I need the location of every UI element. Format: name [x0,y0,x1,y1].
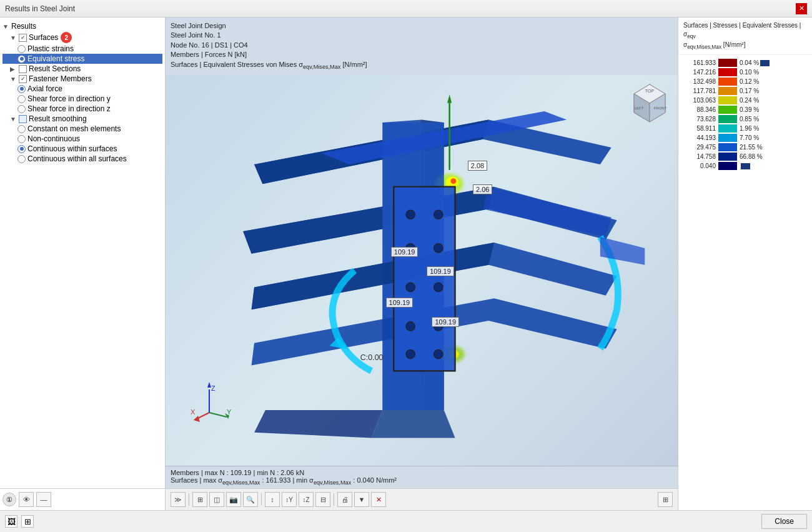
legend-pct: 0.39 % [740,106,759,113]
legend-row: 88.346 0.39 % [683,106,807,114]
results-root[interactable]: ▼ Results [2,21,162,31]
results-label: Results [11,22,36,31]
legend-pct: 21.55 % [740,144,763,151]
legend-pct: 0.12 % [740,78,759,85]
view-button[interactable]: 🖼 [5,515,17,528]
toolbar-grid-btn[interactable]: ⊞ [192,492,207,507]
label-2-08: 2.08 [468,161,487,171]
toolbar-camera-btn[interactable]: 📷 [226,492,241,507]
legend-row: 132.498 0.12 % [683,78,807,86]
viewport-3d[interactable]: TOP LEFT FRONT [166,75,678,466]
toolbar-z-btn[interactable]: ↕Z [299,492,314,507]
continuous-all-label: Continuous within all surfaces [27,154,127,163]
toolbar-arrow-btn[interactable]: ≫ [171,492,186,507]
toolbar-axis-btn[interactable]: ↕ [265,492,280,507]
fastener-checkbox[interactable] [19,75,27,83]
window-close-button[interactable]: ✕ [796,3,807,14]
header-line5: Surfaces | Equivalent Stresses von Mises… [171,60,673,71]
layout-button[interactable]: ⊞ [21,515,34,528]
surfaces-checkbox[interactable] [19,34,27,42]
svg-text:X: X [191,408,196,416]
header-line1: Steel Joint Design [171,21,673,31]
constant-item[interactable]: Constant on mesh elements [2,124,162,134]
legend-value: 161.933 [683,59,716,66]
plastic-strains-item[interactable]: Plastic strains [2,44,162,54]
legend-header2: σeqv,Mises,Max [N/mm²] [683,41,807,51]
continuous-all-radio[interactable] [17,155,26,163]
toolbar-zoom-btn[interactable]: 🔍 [243,492,258,507]
right-panel: Surfaces | Stresses | Equivalent Stresse… [678,18,812,510]
continuous-all-item[interactable]: Continuous within all surfaces [2,154,162,164]
footer-line2: Surfaces | max σeqv,Mises,Max : 161.933 … [171,476,673,486]
continuous-surfaces-label: Continuous within surfaces [27,144,117,153]
legend-value: 0.040 [683,163,716,169]
toolbar-settings-btn[interactable]: ▼ [354,492,369,507]
result-smoothing-label: Result smoothing [29,114,87,123]
legend-row: 44.193 7.70 % [683,134,807,142]
footer-overall: 🖼 ⊞ Close [0,510,812,532]
legend-pct: 7.70 % [740,134,759,141]
non-continuous-radio[interactable] [17,135,26,143]
shear-z-radio[interactable] [17,105,26,113]
result-smoothing-item[interactable]: ▼ Result smoothing [2,114,162,124]
label-109-4: 109.19 [432,317,459,327]
legend-value: 44.193 [683,134,716,141]
toolbar-frame-btn[interactable]: ◫ [209,492,224,507]
sep2 [261,493,262,506]
label-109-2: 109.19 [427,266,454,276]
toolbar-right-icon[interactable]: ⊞ [658,492,673,507]
result-sections-item[interactable]: ▶ Result Sections [2,64,162,74]
svg-text:Z: Z [211,384,215,392]
shear-y-radio[interactable] [17,95,26,103]
surfaces-item[interactable]: ▼ Surfaces 2 [2,31,162,44]
main-wrapper: Results in Steel Joint ✕ ▼ Results ▼ Sur… [0,0,812,532]
svg-text:Y: Y [227,408,232,416]
label-109-1: 109.19 [391,247,418,257]
continuous-surfaces-radio[interactable] [17,145,26,153]
axial-force-radio[interactable] [17,85,26,93]
equivalent-stress-radio[interactable] [17,55,26,63]
legend-row: 161.933 0.04 % [683,59,807,67]
ruler-button[interactable]: — [36,492,51,507]
svg-point-34 [406,349,415,358]
svg-marker-11 [243,186,494,253]
fastener-members-item[interactable]: ▼ Fastener Members [2,74,162,84]
eye-button[interactable]: 👁 [19,492,34,507]
svg-marker-41 [254,409,382,438]
toolbar-close-view-btn[interactable]: ✕ [371,492,386,507]
shear-y-item[interactable]: Shear force in direction y [2,94,162,104]
header-line3: Node No. 16 | DS1 | CO4 [171,41,673,50]
non-continuous-item[interactable]: Non-continuous [2,134,162,144]
window-title: Results in Steel Joint [5,4,75,13]
shear-z-item[interactable]: Shear force in direction z [2,104,162,114]
svg-point-26 [406,210,415,219]
legend-row: 73.628 0.85 % [683,115,807,123]
equivalent-stress-item[interactable]: Equivalent stress [2,54,162,64]
viewport-body[interactable]: TOP LEFT FRONT [166,75,678,466]
result-sections-label: Result Sections [29,64,81,73]
plastic-strains-radio[interactable] [17,45,26,53]
result-smoothing-checkbox[interactable] [19,115,27,123]
toolbar-y-btn[interactable]: ↕Y [282,492,297,507]
legend-color-swatch [718,106,737,114]
close-button[interactable]: Close [761,514,807,529]
legend-value: 117.781 [683,88,716,94]
continuous-surfaces-item[interactable]: Continuous within surfaces [2,144,162,154]
toolbar-filter-btn[interactable]: ⊟ [315,492,330,507]
svg-marker-39 [600,237,645,265]
expand-surfaces: ▼ [10,34,17,41]
legend-value: 88.346 [683,106,716,113]
legend-pct: 0.24 % [740,97,759,104]
legend-pct: 0.10 % [740,69,759,76]
legend-row: 29.475 21.55 % [683,143,807,151]
svg-point-27 [434,210,443,219]
title-bar: Results in Steel Joint ✕ [0,0,812,18]
svg-point-29 [434,243,443,252]
axial-force-item[interactable]: Axial force [2,84,162,94]
result-sections-checkbox[interactable] [19,65,27,73]
legend-pct: 66.88 % [740,153,763,160]
legend-pct: 0.04 % [740,59,759,66]
legend-pct: 1.96 % [740,125,759,132]
constant-radio[interactable] [17,125,26,133]
toolbar-print-btn[interactable]: 🖨 [337,492,352,507]
